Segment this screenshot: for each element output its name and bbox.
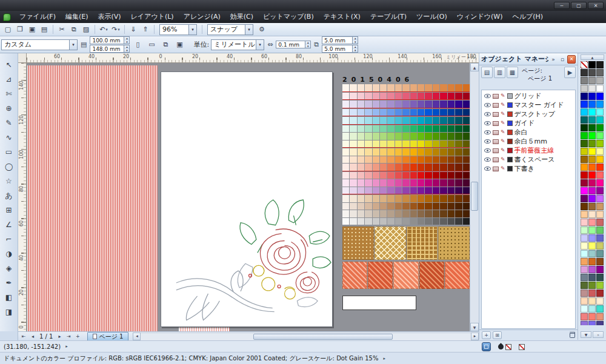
copy-button[interactable]: ⧉ — [68, 24, 79, 35]
color-swatch[interactable] — [588, 297, 596, 305]
ellipse-tool[interactable]: ◯ — [2, 160, 16, 173]
color-swatch[interactable] — [596, 258, 604, 265]
color-swatch[interactable] — [581, 156, 588, 163]
prev-page-button[interactable]: ◂ — [28, 333, 37, 340]
color-swatch[interactable] — [581, 266, 588, 273]
menu-item-table[interactable]: テーブル(T) — [365, 11, 411, 23]
color-swatch[interactable] — [588, 148, 596, 155]
color-swatch[interactable] — [588, 290, 596, 297]
crop-tool[interactable]: ✄ — [2, 87, 16, 101]
color-swatch[interactable] — [588, 77, 596, 84]
save-button[interactable]: ▣ — [27, 24, 38, 35]
menu-item-edit[interactable]: 編集(E) — [61, 11, 93, 23]
pencil-icon[interactable]: ✎ — [501, 139, 505, 144]
color-swatch[interactable] — [596, 297, 604, 305]
color-swatch[interactable] — [588, 116, 596, 124]
current-page-button[interactable]: ▣ — [173, 39, 185, 51]
canvas[interactable]: 20150406 — [27, 63, 470, 331]
layer-row[interactable]: ✎余白 — [482, 128, 575, 137]
table-tool[interactable]: ⊞ — [2, 204, 16, 217]
layer-row[interactable]: ✎下書き — [482, 164, 575, 173]
striped-artwork[interactable] — [27, 65, 158, 331]
spinner[interactable]: ▴▾ — [305, 41, 310, 48]
chevron-down-icon[interactable]: ▾ — [188, 25, 196, 35]
first-page-button[interactable]: ⇤ — [19, 333, 28, 340]
vertical-ruler[interactable]: 140120100806040200 — [18, 63, 27, 331]
printer-icon[interactable] — [493, 94, 499, 99]
paste-button[interactable]: ▨ — [81, 24, 92, 35]
color-swatch[interactable] — [588, 179, 596, 187]
color-swatch[interactable] — [581, 305, 588, 313]
color-swatch[interactable] — [596, 69, 604, 76]
pattern-swatch[interactable] — [375, 227, 406, 260]
spin-down-icon[interactable]: ▾ — [353, 41, 358, 44]
pencil-icon[interactable]: ✎ — [501, 157, 505, 162]
color-swatch[interactable] — [596, 140, 604, 147]
delete-layer-button[interactable] — [570, 332, 575, 338]
color-swatch[interactable] — [581, 250, 588, 257]
color-swatch[interactable] — [588, 164, 596, 171]
color-swatch[interactable] — [596, 156, 604, 163]
color-swatch[interactable] — [581, 211, 588, 218]
color-swatch[interactable] — [596, 93, 604, 100]
menu-item-bitmaps[interactable]: ビットマップ(B) — [258, 11, 319, 23]
color-swatch[interactable] — [581, 242, 588, 250]
color-swatch[interactable] — [596, 234, 604, 242]
color-swatch[interactable] — [581, 108, 588, 116]
color-swatch[interactable] — [596, 77, 604, 84]
pencil-icon[interactable]: ✎ — [501, 102, 505, 108]
nudge-field[interactable]: 0.1 mm ▴▾ — [276, 41, 311, 48]
color-swatch[interactable] — [588, 227, 596, 234]
color-chart-object[interactable]: 20150406 — [342, 76, 470, 289]
color-swatch[interactable] — [581, 219, 588, 226]
new-document-button[interactable]: ▢ — [2, 24, 13, 35]
color-swatch[interactable] — [581, 234, 588, 242]
chevron-down-icon[interactable]: ▾ — [105, 27, 108, 32]
polygon-tool[interactable]: ☆ — [2, 174, 16, 188]
layer-row[interactable]: ✎余白５mm — [482, 137, 575, 146]
color-swatch[interactable] — [596, 85, 604, 92]
color-swatch[interactable] — [581, 124, 588, 131]
minimize-button[interactable]: ─ — [554, 2, 570, 9]
vertical-scrollbar[interactable]: ▲ ▼ — [470, 63, 479, 331]
fill-color-indicator[interactable] — [519, 344, 525, 350]
eye-icon[interactable] — [484, 157, 491, 162]
scroll-left-arrow[interactable]: ◂ — [133, 333, 141, 340]
printer-icon[interactable] — [493, 139, 499, 144]
color-swatch[interactable] — [596, 266, 604, 273]
pattern-swatch[interactable] — [407, 227, 438, 260]
color-swatch[interactable] — [588, 69, 596, 76]
printer-icon[interactable] — [493, 121, 499, 126]
color-swatch[interactable] — [588, 305, 596, 313]
color-swatch[interactable] — [588, 61, 596, 68]
blend-tool[interactable]: ◑ — [2, 247, 16, 260]
menu-item-layout[interactable]: レイアウト(L) — [126, 11, 179, 23]
color-swatch[interactable] — [581, 140, 588, 147]
add-page-button[interactable]: + — [73, 333, 82, 340]
layer-row[interactable]: ✎マスター ガイド — [482, 101, 575, 110]
color-swatch[interactable] — [588, 203, 596, 210]
spin-down-icon[interactable]: ▾ — [353, 49, 358, 53]
eye-icon[interactable] — [484, 148, 491, 153]
color-swatch[interactable] — [596, 321, 604, 325]
pattern-swatch[interactable] — [393, 262, 418, 289]
eyedropper-tool[interactable]: ◈ — [2, 262, 16, 275]
chevron-down-icon[interactable]: ▾ — [256, 40, 264, 50]
show-object-properties-button[interactable]: ▤ — [481, 67, 493, 78]
blank-text-box[interactable] — [342, 296, 416, 310]
printer-icon[interactable] — [493, 130, 499, 135]
pattern-swatch[interactable] — [342, 227, 374, 260]
interactive-fill-tool[interactable]: ◨ — [2, 305, 16, 319]
document-page[interactable] — [161, 71, 333, 327]
color-swatch[interactable] — [581, 179, 588, 187]
pencil-icon[interactable]: ✎ — [501, 130, 505, 135]
color-swatch[interactable] — [588, 132, 596, 139]
color-swatch[interactable] — [588, 234, 596, 242]
color-swatch[interactable] — [581, 69, 588, 76]
menu-item-view[interactable]: 表示(V) — [93, 11, 126, 23]
docker-chevron-button[interactable]: » — [549, 55, 558, 64]
color-swatch[interactable] — [588, 85, 596, 92]
ruler-origin[interactable] — [18, 53, 27, 63]
color-swatch[interactable] — [588, 321, 596, 325]
text-tool[interactable]: あ — [2, 189, 16, 202]
